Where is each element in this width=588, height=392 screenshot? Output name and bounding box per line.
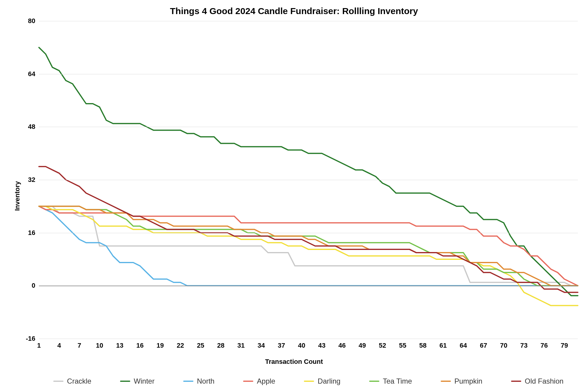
legend-label: Darling: [318, 377, 340, 385]
legend-item: Pumpkin: [441, 377, 482, 385]
legend: CrackleWinterNorthAppleDarlingTea TimePu…: [39, 377, 578, 385]
legend-label: Crackle: [67, 377, 91, 385]
legend-item: Darling: [304, 377, 340, 385]
x-tick-label: 61: [440, 342, 447, 349]
x-tick-label: 40: [298, 342, 305, 349]
y-tick-label: 0: [32, 282, 39, 290]
x-tick-label: 37: [278, 342, 285, 349]
legend-label: Pumpkin: [454, 377, 482, 385]
legend-swatch: [120, 381, 130, 382]
y-tick-label: 80: [28, 17, 39, 25]
legend-item: Apple: [243, 377, 275, 385]
x-tick-label: 73: [520, 342, 528, 349]
x-tick-label: 25: [197, 342, 204, 349]
legend-swatch: [53, 381, 63, 382]
gridline: [39, 233, 578, 233]
gridline: [39, 127, 578, 127]
legend-label: Old Fashion: [525, 377, 563, 385]
legend-swatch: [243, 381, 253, 382]
x-tick-label: 58: [419, 342, 426, 349]
x-tick-label: 79: [561, 342, 568, 349]
x-tick-label: 1: [37, 342, 41, 349]
legend-swatch: [183, 381, 193, 382]
plot-area: -1601632486480: [39, 21, 578, 339]
x-tick-label: 49: [359, 342, 366, 349]
chart-container: Things 4 Good 2024 Candle Fundraiser: Ro…: [0, 0, 588, 392]
x-axis-label: Transaction Count: [0, 358, 588, 366]
x-tick-label: 70: [500, 342, 507, 349]
legend-item: Old Fashion: [511, 377, 563, 385]
x-tick-label: 10: [96, 342, 103, 349]
x-tick-label: 16: [136, 342, 143, 349]
legend-swatch: [304, 381, 314, 382]
legend-swatch: [441, 381, 451, 382]
legend-label: Apple: [257, 377, 275, 385]
gridline: [39, 339, 578, 339]
series-line: [39, 206, 578, 286]
legend-swatch: [511, 381, 521, 382]
legend-label: Tea Time: [383, 377, 412, 385]
x-tick-label: 31: [237, 342, 245, 349]
legend-label: Winter: [134, 377, 154, 385]
x-tick-label: 52: [379, 342, 386, 349]
x-axis-ticks: 1471013161922252831343740434649525558616…: [39, 342, 578, 350]
x-tick-label: 7: [78, 342, 81, 349]
series-line: [39, 167, 578, 293]
x-tick-label: 55: [399, 342, 406, 349]
x-tick-label: 13: [116, 342, 123, 349]
x-tick-label: 64: [460, 342, 467, 349]
gridline: [39, 74, 578, 74]
x-tick-label: 19: [157, 342, 164, 349]
x-tick-label: 76: [540, 342, 548, 349]
legend-item: North: [183, 377, 215, 385]
x-tick-label: 34: [257, 342, 265, 349]
y-tick-label: 64: [28, 70, 39, 78]
x-tick-label: 46: [338, 342, 345, 349]
series-line: [39, 47, 578, 295]
x-tick-label: 28: [217, 342, 224, 349]
legend-swatch: [369, 381, 379, 382]
y-tick-label: 16: [28, 229, 39, 237]
legend-item: Winter: [120, 377, 154, 385]
gridline: [39, 180, 578, 180]
y-tick-label: 48: [28, 123, 39, 131]
x-tick-label: 67: [480, 342, 487, 349]
series-line: [39, 206, 578, 305]
chart-title: Things 4 Good 2024 Candle Fundraiser: Ro…: [0, 6, 588, 16]
y-axis-label: Inventory: [13, 181, 21, 211]
y-tick-label: 32: [28, 176, 39, 184]
zero-line: [39, 286, 578, 286]
x-tick-label: 4: [57, 342, 61, 349]
legend-item: Crackle: [53, 377, 91, 385]
x-tick-label: 43: [318, 342, 325, 349]
legend-label: North: [197, 377, 215, 385]
legend-item: Tea Time: [369, 377, 412, 385]
x-tick-label: 22: [177, 342, 184, 349]
gridline: [39, 21, 578, 21]
